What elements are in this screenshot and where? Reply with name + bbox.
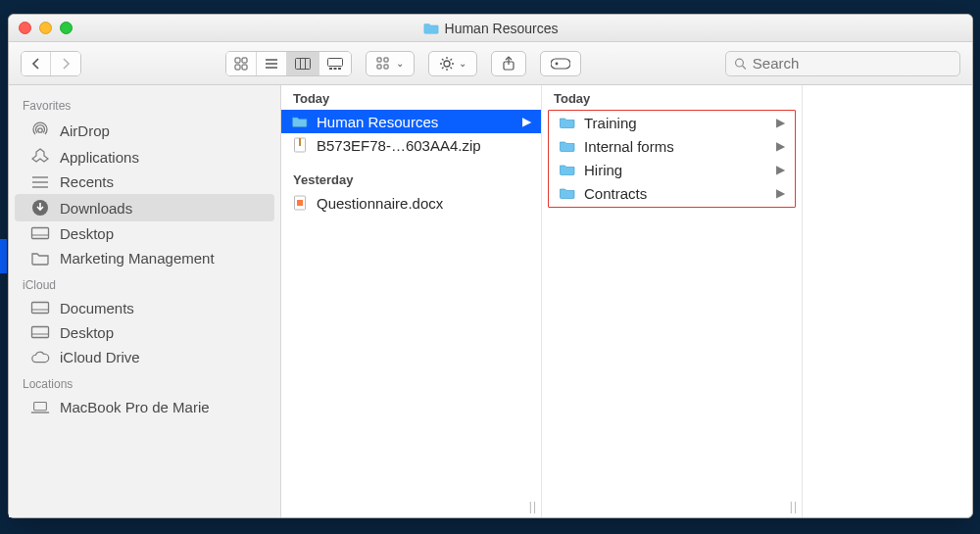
desktop-icon <box>30 325 50 341</box>
sidebar-item-recents[interactable]: Recents <box>9 170 280 194</box>
sidebar-item-label: AirDrop <box>60 122 110 139</box>
file-row-doc[interactable]: Questionnaire.docx <box>281 191 541 215</box>
folder-icon <box>559 161 576 178</box>
view-columns-button[interactable] <box>287 52 319 75</box>
file-row-folder[interactable]: Human Resources ▶ <box>281 110 541 133</box>
svg-line-24 <box>451 67 453 69</box>
sidebar-item-label: Downloads <box>60 200 132 217</box>
group-header: Yesterday <box>281 167 541 191</box>
file-row-folder[interactable]: Training ▶ <box>549 111 795 134</box>
column-drag-handle[interactable]: || <box>529 500 537 513</box>
file-row-folder[interactable]: Hiring ▶ <box>549 158 795 181</box>
chevron-down-icon: ⌄ <box>396 58 404 69</box>
action-menu-button[interactable]: ⌄ <box>428 51 477 76</box>
chevron-right-icon: ▶ <box>522 115 531 128</box>
forward-button[interactable] <box>51 52 80 75</box>
svg-rect-1 <box>242 58 247 63</box>
sidebar-item-label: MacBook Pro de Marie <box>60 399 210 415</box>
share-button[interactable] <box>491 51 526 76</box>
svg-rect-11 <box>329 68 332 70</box>
sidebar-item-downloads[interactable]: Downloads <box>15 194 274 221</box>
file-label: Training <box>584 115 768 131</box>
cloud-icon <box>30 351 50 364</box>
svg-point-30 <box>736 59 744 67</box>
file-column-1: Today Training ▶ Internal forms <box>542 85 803 517</box>
folder-icon <box>423 22 439 34</box>
chevron-right-icon: ▶ <box>776 116 785 129</box>
sidebar-item-airdrop[interactable]: AirDrop <box>9 117 280 144</box>
group-header: Today <box>542 85 802 110</box>
svg-rect-37 <box>32 227 49 238</box>
gallery-icon <box>327 58 343 70</box>
sidebar-item-documents[interactable]: Documents <box>9 296 280 320</box>
minimize-button[interactable] <box>39 22 52 34</box>
maximize-button[interactable] <box>60 22 73 34</box>
search-field[interactable] <box>725 51 960 76</box>
svg-line-23 <box>442 59 444 61</box>
finder-window: Human Resources <box>8 14 973 518</box>
recents-icon <box>30 174 50 190</box>
close-button[interactable] <box>19 22 31 34</box>
icon-grid-icon <box>234 57 248 71</box>
sidebar-item-icloud-drive[interactable]: iCloud Drive <box>9 345 280 369</box>
svg-rect-15 <box>377 65 381 69</box>
column-drag-handle[interactable]: || <box>790 500 798 513</box>
sidebar-section-locations: Locations <box>9 369 280 395</box>
sidebar-item-marketing-management[interactable]: Marketing Management <box>9 246 280 270</box>
file-row-folder[interactable]: Internal forms ▶ <box>549 134 795 158</box>
zip-icon <box>291 136 309 154</box>
window-controls <box>19 22 73 34</box>
svg-rect-3 <box>242 65 247 70</box>
nav-back-forward <box>21 51 81 76</box>
sidebar-item-label: Desktop <box>60 324 114 341</box>
applications-icon <box>30 148 50 166</box>
svg-point-29 <box>556 62 559 65</box>
view-list-button[interactable] <box>257 52 287 75</box>
svg-rect-43 <box>34 402 47 410</box>
view-icons-button[interactable] <box>226 52 257 75</box>
svg-rect-0 <box>235 58 240 63</box>
sidebar-section-favorites: Favorites <box>9 91 280 117</box>
file-row-zip[interactable]: B573EF78-…603AA4.zip <box>281 133 541 157</box>
folder-icon <box>559 137 576 155</box>
file-column-2 <box>803 85 972 517</box>
doc-icon <box>291 194 309 212</box>
file-label: Questionnaire.docx <box>317 195 531 212</box>
tags-button[interactable] <box>540 51 581 76</box>
sidebar-item-macbook[interactable]: MacBook Pro de Marie <box>9 395 280 419</box>
group-by-button[interactable]: ⌄ <box>366 51 415 76</box>
sidebar-item-label: Applications <box>60 149 139 166</box>
folder-icon <box>30 251 50 267</box>
columns-view: Today Human Resources ▶ B573EF78-…603AA4… <box>281 85 972 517</box>
chevron-down-icon: ⌄ <box>459 58 466 69</box>
main-content: Favorites AirDrop Applications Recents <box>9 85 972 517</box>
share-icon <box>502 56 515 72</box>
sidebar-item-desktop-icloud[interactable]: Desktop <box>9 320 280 345</box>
sidebar: Favorites AirDrop Applications Recents <box>9 85 281 517</box>
desktop-icon <box>30 226 50 242</box>
svg-rect-41 <box>32 326 49 337</box>
window-title-text: Human Resources <box>445 21 559 36</box>
columns-icon <box>295 58 311 70</box>
toolbar: ⌄ ⌄ <box>9 42 972 85</box>
svg-rect-14 <box>377 58 381 62</box>
svg-line-25 <box>442 67 444 69</box>
file-row-folder[interactable]: Contracts ▶ <box>549 181 795 205</box>
sidebar-item-applications[interactable]: Applications <box>9 144 280 170</box>
folder-icon <box>559 184 576 202</box>
title-bar: Human Resources <box>9 15 972 42</box>
back-button[interactable] <box>22 52 51 75</box>
window-title: Human Resources <box>9 21 972 36</box>
sidebar-item-label: Marketing Management <box>60 250 215 267</box>
svg-point-32 <box>38 128 42 132</box>
svg-point-18 <box>444 61 450 67</box>
sidebar-item-label: Documents <box>60 300 134 316</box>
view-gallery-button[interactable] <box>319 52 351 75</box>
search-input[interactable] <box>753 55 952 72</box>
downloads-icon <box>30 198 50 218</box>
sidebar-item-desktop[interactable]: Desktop <box>9 221 280 246</box>
chevron-right-icon <box>61 58 71 70</box>
sidebar-section-icloud: iCloud <box>9 270 280 296</box>
chevron-right-icon: ▶ <box>776 139 785 153</box>
file-label: Contracts <box>584 185 768 202</box>
